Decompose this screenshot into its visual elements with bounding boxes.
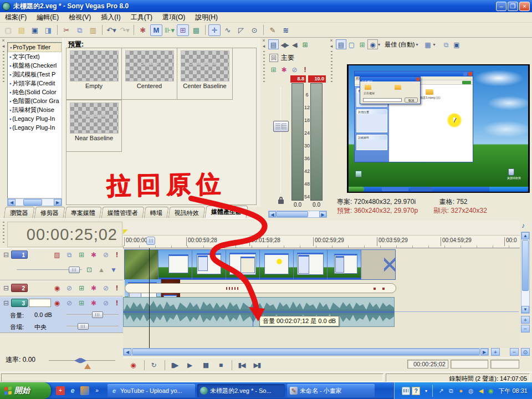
zoom-edit-tool-icon[interactable]: ⊙: [248, 24, 260, 36]
envelope-edit-tool-icon[interactable]: ∿: [222, 24, 234, 36]
generators-dock-grip[interactable]: ×◂: [0, 38, 7, 207]
restore-button[interactable]: ❐: [508, 2, 518, 11]
tab-media-generators[interactable]: 媒體產生器: [204, 206, 248, 218]
track-automation-icon[interactable]: ✱: [89, 250, 99, 259]
pan-slider-handle[interactable]: [78, 323, 89, 330]
generator-item[interactable]: ▪棋盤格(Checkerl: [8, 61, 62, 70]
tab-transitions[interactable]: 轉場: [144, 207, 169, 218]
lock-envelopes-icon[interactable]: ⊞: [177, 24, 189, 36]
tab-project-media[interactable]: 專案媒體: [65, 207, 102, 218]
start-button[interactable]: 開始: [0, 382, 51, 399]
language-keyboard-icon[interactable]: [402, 387, 410, 395]
audio-event-empty[interactable]: [125, 283, 396, 293]
generator-item[interactable]: ▪(Legacy Plug-In: [8, 114, 62, 123]
pan-slider-track[interactable]: [66, 326, 119, 327]
bypass-motion-blur-icon[interactable]: ▨: [52, 250, 62, 259]
shuttle-handle[interactable]: ◀◆▶: [74, 356, 84, 364]
master-bus-icon[interactable]: 回: [269, 54, 278, 62]
track-solo-icon[interactable]: !: [112, 250, 122, 259]
insert-bus-icon[interactable]: ⊞: [300, 39, 310, 49]
overlays-grid-icon[interactable]: ▦: [422, 39, 433, 49]
track-name-field[interactable]: [29, 299, 51, 307]
generator-item[interactable]: ▪訊噪材質(Noise: [8, 105, 62, 114]
render-as-icon[interactable]: ◨: [42, 24, 54, 36]
undo-icon[interactable]: ↶▾: [105, 24, 117, 36]
auto-crossfade-icon[interactable]: M: [150, 24, 162, 36]
play-from-start-button[interactable]: ▮▶: [167, 360, 181, 371]
minimize-button[interactable]: –: [496, 2, 507, 11]
track-collapse-icon[interactable]: ⊟: [1, 299, 11, 308]
timeline-ruler[interactable]: 00:00:00 00:00:59;28 00:01:59;28 00:02:5…: [123, 236, 520, 248]
track-automation-icon[interactable]: ✱: [89, 284, 99, 293]
tray-remote-icon[interactable]: ↗: [437, 387, 445, 395]
pause-button[interactable]: ▮▮: [198, 360, 212, 371]
task-paint[interactable]: ✎ 未命名 - 小畫家: [287, 384, 375, 397]
stop-button[interactable]: ■: [214, 360, 228, 371]
generator-item[interactable]: ▪文字(Text): [8, 52, 62, 61]
quicklaunch-ie-icon[interactable]: e: [68, 386, 77, 395]
go-to-end-button[interactable]: ▶▮: [250, 360, 264, 371]
mixer-dock-grip[interactable]: ×◂: [260, 38, 267, 207]
open-icon[interactable]: ▤: [16, 24, 28, 36]
tray-network-icon[interactable]: ⧉: [447, 387, 455, 395]
scroll-left-icon[interactable]: ◀: [8, 199, 16, 206]
timeline-zoom-out-button[interactable]: −: [510, 348, 519, 356]
track-fx-icon[interactable]: ⊞: [76, 284, 86, 293]
scroll-thumb[interactable]: [276, 211, 308, 217]
timeline-marker-bar[interactable]: [123, 221, 520, 236]
menu-file[interactable]: 檔案(F): [0, 13, 32, 22]
track-collapse-icon[interactable]: ⊟: [1, 250, 11, 259]
track-3-number[interactable]: 3: [11, 299, 28, 307]
timeline-dock-grip[interactable]: [0, 221, 7, 247]
bus-solo-icon[interactable]: !: [300, 64, 310, 74]
track-solo-icon[interactable]: !: [112, 284, 122, 293]
go-to-start-button[interactable]: ▮◀: [234, 360, 248, 371]
volume-envelope-line[interactable]: [123, 311, 395, 313]
record-button[interactable]: ◉: [126, 360, 140, 371]
track-fx-icon[interactable]: ⊞: [76, 299, 86, 308]
master-fader-handle[interactable]: [273, 121, 289, 132]
menu-tools[interactable]: 工具(T): [126, 13, 157, 22]
scroll-down-icon[interactable]: ▼: [521, 306, 529, 313]
arm-record-icon[interactable]: ◉: [52, 299, 62, 308]
volume-slider-handle[interactable]: [92, 311, 103, 318]
tab-explorer[interactable]: 瀏覽器: [4, 207, 35, 218]
tab-trimmer[interactable]: 修剪器: [34, 207, 65, 218]
menu-view[interactable]: 檢視(V): [64, 13, 96, 22]
scroll-thumb[interactable]: [132, 349, 480, 355]
track-height-zoom-in-button[interactable]: +: [521, 316, 530, 324]
preset-near-baseline[interactable]: Near Baselin Near Baseline: [66, 100, 122, 152]
cut-icon[interactable]: ✂: [60, 24, 73, 36]
track-3-header[interactable]: ⊟ 3 ◉ ⊘ ⊞ ✱ ⊘ ! 音量: 0.0 dB 音場: 中央: [0, 296, 123, 333]
scroll-left-icon[interactable]: ◀: [124, 349, 131, 355]
play-button[interactable]: ▶: [183, 360, 197, 371]
scroll-up-icon[interactable]: ▲: [521, 232, 529, 239]
paste-icon[interactable]: ▥: [87, 24, 99, 36]
quicklaunch-more-icon[interactable]: »: [93, 386, 101, 395]
scroll-thumb[interactable]: [23, 199, 42, 206]
timeline-zoom-in-button[interactable]: +: [491, 348, 500, 356]
scroll-right-icon[interactable]: ▶: [54, 199, 62, 206]
transport-timecode-box[interactable]: 00:00:25;02: [407, 360, 448, 369]
auto-ripple-icon[interactable]: ⊪▾: [163, 24, 176, 36]
app-icon[interactable]: [2, 2, 11, 11]
track-automation-icon[interactable]: ✱: [89, 299, 99, 308]
generator-item[interactable]: ▪純色(Solid Color: [8, 88, 62, 96]
timeline-vscrollbar[interactable]: ▲ ▼: [521, 232, 530, 314]
generator-list-hscrollbar[interactable]: ◀ ▶: [7, 198, 62, 206]
loop-playback-button[interactable]: ↻: [147, 360, 161, 371]
split-screen-view-icon[interactable]: ◉: [367, 39, 378, 49]
preset-empty[interactable]: Empty: [66, 48, 122, 100]
video-output-fx-icon[interactable]: ⊞: [357, 39, 367, 49]
scroll-right-icon[interactable]: ▶: [480, 349, 488, 355]
tab-media-manager[interactable]: 媒體管理者: [101, 207, 145, 218]
track-1-header[interactable]: ⊟ 1 ▨ ⧉ ⊞ ✱ ⊘ ! ⊡ ▲ ▼: [0, 248, 123, 280]
track-fx-icon[interactable]: ⊞: [76, 250, 86, 259]
language-help-icon[interactable]: ?: [412, 387, 420, 395]
video-event[interactable]: [124, 249, 396, 280]
selection-edit-tool-icon[interactable]: ◸: [235, 24, 247, 36]
menu-insert[interactable]: 插入(I): [96, 13, 125, 22]
preview-dock-grip[interactable]: ×◂: [328, 38, 335, 207]
track-composite-mode-icon[interactable]: ⧉: [64, 250, 74, 259]
tray-update-icon[interactable]: ◍: [467, 387, 475, 395]
